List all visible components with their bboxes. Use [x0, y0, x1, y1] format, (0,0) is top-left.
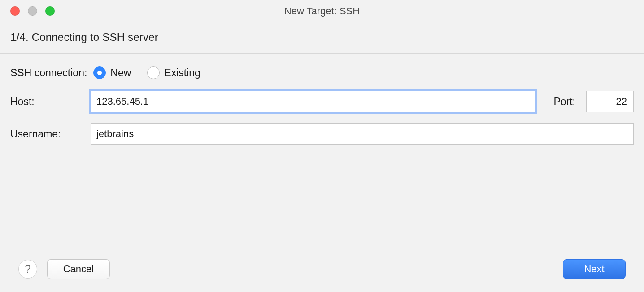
- dialog-footer: ? Cancel Next: [0, 248, 644, 292]
- ssh-connection-label: SSH connection:: [10, 67, 87, 79]
- close-icon[interactable]: [10, 6, 20, 16]
- port-input[interactable]: [586, 91, 634, 112]
- maximize-icon[interactable]: [45, 6, 55, 16]
- help-button[interactable]: ?: [18, 260, 37, 279]
- titlebar: New Target: SSH: [0, 0, 644, 22]
- cancel-button[interactable]: Cancel: [47, 259, 110, 279]
- minimize-icon[interactable]: [28, 6, 37, 16]
- step-heading: 1/4. Connecting to SSH server: [0, 22, 644, 54]
- ssh-connection-row: SSH connection: New Existing: [10, 66, 634, 79]
- host-input[interactable]: [91, 91, 535, 112]
- radio-existing[interactable]: Existing: [147, 66, 200, 79]
- dialog-window: New Target: SSH 1/4. Connecting to SSH s…: [0, 0, 644, 292]
- dialog-body: SSH connection: New Existing Host: Port:…: [0, 54, 644, 248]
- radio-new[interactable]: New: [93, 66, 131, 79]
- radio-mark-icon: [93, 66, 106, 79]
- traffic-lights: [0, 6, 55, 16]
- help-icon: ?: [25, 263, 30, 275]
- radio-new-label: New: [110, 67, 131, 79]
- window-title: New Target: SSH: [0, 5, 644, 17]
- next-button[interactable]: Next: [563, 259, 626, 279]
- host-label: Host:: [10, 96, 80, 108]
- port-label: Port:: [553, 96, 575, 108]
- username-input[interactable]: [91, 123, 634, 145]
- radio-existing-label: Existing: [164, 67, 200, 79]
- radio-mark-icon: [147, 66, 160, 79]
- form-area: Host: Port: Username:: [10, 91, 634, 145]
- ssh-connection-radio-group: New Existing: [93, 66, 200, 79]
- username-label: Username:: [10, 128, 80, 140]
